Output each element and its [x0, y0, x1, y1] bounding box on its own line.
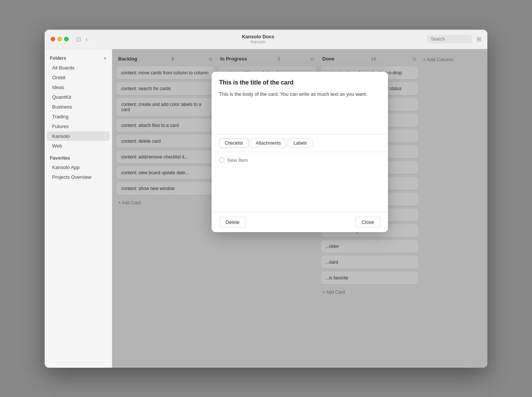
sidebar-toggle-icon[interactable]: ⊡ [76, 36, 81, 43]
tab-attachments[interactable]: Attachments [250, 138, 287, 148]
sidebar: Folders + All Boards Orebit Ideas QuantK… [45, 49, 112, 368]
layout-icon[interactable]: ⊞ [476, 36, 481, 43]
search-input[interactable] [427, 35, 472, 43]
sidebar-item-quantkit[interactable]: QuantKit [47, 92, 110, 102]
checklist-new-item [219, 155, 380, 165]
close-button[interactable]: Close [355, 217, 380, 228]
titlebar: ⊡ ‹ Kansolo Docs Kansolo ⊞ [45, 30, 487, 49]
tab-labels[interactable]: Labels [288, 138, 312, 148]
sidebar-item-business[interactable]: Business [47, 102, 110, 112]
folders-label: Folders [50, 56, 66, 61]
board-area: Backlog 8 ⊖ content: move cards from col… [112, 49, 487, 368]
favorites-header: Favorites [45, 151, 112, 162]
modal-footer: Delete Close [212, 212, 388, 232]
sidebar-item-ideas[interactable]: Ideas [47, 83, 110, 92]
titlebar-right: ⊞ [427, 35, 481, 43]
modal-checklist [212, 152, 388, 212]
checklist-circle-icon [219, 157, 224, 163]
window-subtitle: Kansolo [251, 39, 266, 44]
traffic-lights [51, 37, 69, 41]
tab-checklist[interactable]: Checklist [219, 138, 249, 148]
sidebar-item-web[interactable]: Web [47, 141, 110, 151]
maximize-button[interactable] [64, 37, 69, 41]
sidebar-item-projects-overview[interactable]: Projects Overview [47, 172, 110, 182]
delete-button[interactable]: Delete [219, 217, 246, 228]
sidebar-item-kansolo-app[interactable]: Kansolo App [47, 163, 110, 172]
close-button[interactable] [51, 37, 55, 41]
modal-card-title[interactable]: This is the title of the card [219, 79, 380, 86]
new-item-input[interactable] [227, 157, 380, 163]
sidebar-item-trading[interactable]: Trading [47, 112, 110, 121]
sidebar-item-kansolo[interactable]: Kansolo [47, 131, 110, 141]
add-folder-button[interactable]: + [104, 55, 107, 61]
minimize-button[interactable] [57, 37, 62, 41]
main-area: Folders + All Boards Orebit Ideas QuantK… [45, 49, 487, 368]
sidebar-item-all-boards[interactable]: All Boards [47, 63, 110, 72]
back-button[interactable]: ‹ [86, 35, 88, 43]
modal-overlay: This is the title of the card This is th… [112, 49, 487, 368]
card-modal: This is the title of the card This is th… [212, 72, 388, 232]
sidebar-item-futures[interactable]: Futures [47, 122, 110, 131]
sidebar-item-orebit[interactable]: Orebit [47, 73, 110, 82]
folders-header: Folders + [45, 54, 112, 63]
modal-card-body[interactable]: This is the body of the card. You can wr… [219, 91, 380, 128]
window-title: Kansolo Docs [242, 34, 275, 40]
titlebar-center: Kansolo Docs Kansolo [94, 34, 422, 45]
modal-body: This is the title of the card This is th… [212, 72, 388, 134]
modal-tabs: Checklist Attachments Labels [212, 134, 388, 152]
